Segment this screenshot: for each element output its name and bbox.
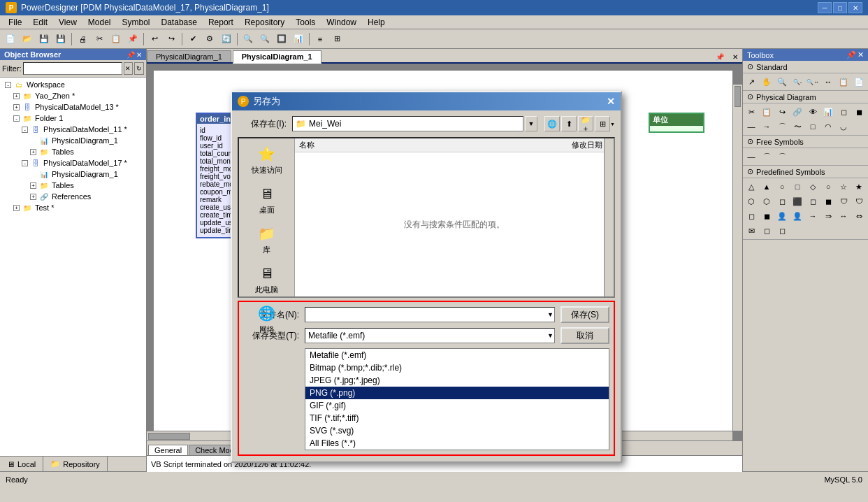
tree-pdm17[interactable]: - 🗄 PhysicalDataModel_17 * (1, 157, 145, 168)
toolbox-standard-header[interactable]: ⊙ Standard (743, 61, 868, 73)
tool-view[interactable]: 👁 (806, 105, 820, 119)
tool-hand[interactable]: ✋ (760, 75, 774, 89)
quick-pc-item[interactable]: 🖥 此电脑 (246, 261, 288, 298)
tree-toggle-pdm17[interactable]: - (22, 160, 28, 166)
tree-diag2[interactable]: 📊 PhysicalDiagram_1 (1, 168, 145, 180)
tree-test[interactable]: + 📁 Test * (1, 202, 145, 213)
tb-print[interactable]: 🖨 (75, 31, 90, 47)
tool-line[interactable]: — (744, 120, 758, 134)
tree-references[interactable]: + 🔗 References (1, 191, 145, 202)
tb-reverse[interactable]: 🔄 (219, 31, 234, 47)
quick-desktop-item[interactable]: 🖥 桌面 (246, 181, 288, 218)
filetype-tif[interactable]: TIF (*.tif;*.tiff) (305, 412, 609, 424)
menu-database[interactable]: Database (156, 16, 203, 29)
menu-report[interactable]: Report (203, 16, 239, 29)
tb-paste[interactable]: 📌 (125, 31, 140, 47)
tool-link[interactable]: ↔ (821, 75, 835, 89)
save-button[interactable]: 保存(S) (560, 306, 609, 323)
toolbox-pin[interactable]: 📌 (846, 50, 856, 59)
filetype-selected[interactable]: Metafile (*.emf) (305, 328, 555, 343)
tb-undo[interactable]: ↩ (147, 31, 162, 47)
goto-btn[interactable]: 🌐 (544, 116, 560, 131)
repository-tab[interactable]: 📁 Repository (43, 457, 108, 471)
menu-tools[interactable]: Tools (290, 16, 321, 29)
menu-view[interactable]: View (53, 16, 82, 29)
tool-p2[interactable]: ▲ (760, 180, 774, 194)
tool-p23[interactable]: ↔ (837, 209, 851, 223)
menu-symbol[interactable]: Symbol (117, 16, 156, 29)
tool-p5[interactable]: ◇ (806, 180, 820, 194)
filetype-bmp[interactable]: Bitmap (*.bmp;*.dib;*.rle) (305, 361, 609, 374)
tool-copy2[interactable]: 📋 (760, 105, 774, 119)
tree-pdm13[interactable]: + 🗄 PhysicalDataModel_13 * (1, 101, 145, 113)
tool-arrow[interactable]: → (760, 120, 774, 134)
dialog-close-btn[interactable]: ✕ (607, 96, 615, 107)
save-in-value[interactable]: 📁 Mei_Wei (292, 116, 523, 131)
new-folder-btn[interactable]: 📁+ (578, 116, 593, 131)
tb-generate[interactable]: ⚙ (202, 31, 217, 47)
tool-p10[interactable]: ⬡ (760, 194, 774, 208)
save-as-dialog[interactable]: P 另存为 ✕ 保存在(I): 📁 Mei_Wei ▼ 🌐 ⬆ (231, 91, 622, 463)
toolbox-close[interactable]: ✕ (858, 50, 864, 59)
tool-cut[interactable]: ✂ (744, 105, 758, 119)
tool-page[interactable]: 📄 (852, 75, 866, 89)
tool-p6[interactable]: ○ (821, 180, 835, 194)
tool-box[interactable]: □ (806, 120, 820, 134)
tree-toggle-pdm13[interactable]: + (13, 104, 20, 110)
tool-p9[interactable]: ⬡ (744, 194, 758, 208)
tool-p7[interactable]: ☆ (837, 180, 851, 194)
file-list-scrollbar[interactable] (604, 138, 614, 296)
menu-edit[interactable]: Edit (27, 16, 53, 29)
tool-f3[interactable]: ⌒ (775, 150, 789, 164)
tb-align[interactable]: ≡ (312, 31, 328, 47)
tree-tables2[interactable]: + 📁 Tables (1, 180, 145, 191)
filetype-jpeg[interactable]: JPEG (*.jpg;*.jpeg) (305, 374, 609, 387)
tool-format[interactable]: 📋 (837, 75, 851, 89)
tree-toggle-tables1[interactable]: + (30, 149, 36, 155)
save-in-dropdown-arrow[interactable]: ▼ (525, 116, 537, 131)
tb-copy[interactable]: 📋 (108, 31, 124, 47)
tool-p18[interactable]: ◼ (760, 209, 774, 223)
tree-yao-zhen[interactable]: + 📁 Yao_Zhen * (1, 90, 145, 101)
tb-new[interactable]: 📄 (3, 31, 18, 47)
minimize-button[interactable]: ─ (818, 2, 832, 13)
tool-redo[interactable]: ↪ (775, 105, 789, 119)
tb-fit[interactable]: 🔲 (274, 31, 289, 47)
tree-folder1[interactable]: - 📁 Folder 1 (1, 113, 145, 124)
tool-p22[interactable]: ⇒ (821, 209, 835, 223)
view-btn[interactable]: ⊞ (595, 116, 610, 131)
tool-p27[interactable]: ◻ (775, 224, 789, 238)
filter-refresh-btn[interactable]: ↻ (134, 62, 144, 75)
quick-access-item[interactable]: ⭐ 快速访问 (246, 141, 288, 178)
tool-f1[interactable]: — (744, 150, 758, 164)
tool-table[interactable]: 📊 (821, 105, 835, 119)
tb-zoom-in[interactable]: 🔍 (240, 31, 256, 47)
tool-p17[interactable]: ◻ (744, 209, 758, 223)
tab-close[interactable]: ✕ (728, 52, 742, 62)
tool-fit[interactable]: 🔍↔ (806, 75, 820, 89)
tree-toggle-refs[interactable]: + (30, 194, 36, 200)
filetype-svg[interactable]: SVG (*.svg) (305, 424, 609, 437)
tool-p11[interactable]: ◻ (775, 194, 789, 208)
tool-p20[interactable]: 👤 (790, 209, 804, 223)
tree-toggle-pdm11[interactable]: - (22, 127, 28, 133)
toolbox-free-header[interactable]: ⊙ Free Symbols (743, 136, 868, 148)
tool-arc[interactable]: ◠ (821, 120, 835, 134)
panel-close[interactable]: ✕ (136, 51, 142, 59)
tree-toggle-workspace[interactable]: - (5, 82, 11, 88)
view-dropdown-arrow[interactable]: ▼ (610, 122, 615, 127)
tree-diag1[interactable]: 📊 PhysicalDiagram_1 (1, 135, 145, 146)
tool-ref[interactable]: 🔗 (790, 105, 804, 119)
tool-wave[interactable]: 〜 (790, 120, 804, 134)
tb-check[interactable]: ✔ (185, 31, 201, 47)
tb-zoom-out[interactable]: 🔍 (257, 31, 273, 47)
tree-toggle-yao[interactable]: + (13, 93, 20, 99)
tool-p24[interactable]: ⇔ (852, 209, 866, 223)
tool-zoom-out[interactable]: 🔍- (790, 75, 804, 89)
tb-select[interactable]: 📊 (291, 31, 306, 47)
tb-save[interactable]: 💾 (36, 31, 52, 47)
tree-tables1[interactable]: + 📁 Tables (1, 146, 145, 157)
toolbox-predefined-header[interactable]: ⊙ Predefined Symbols (743, 166, 868, 178)
tool-arc2[interactable]: ◡ (837, 120, 851, 134)
close-button[interactable]: ✕ (848, 2, 862, 13)
